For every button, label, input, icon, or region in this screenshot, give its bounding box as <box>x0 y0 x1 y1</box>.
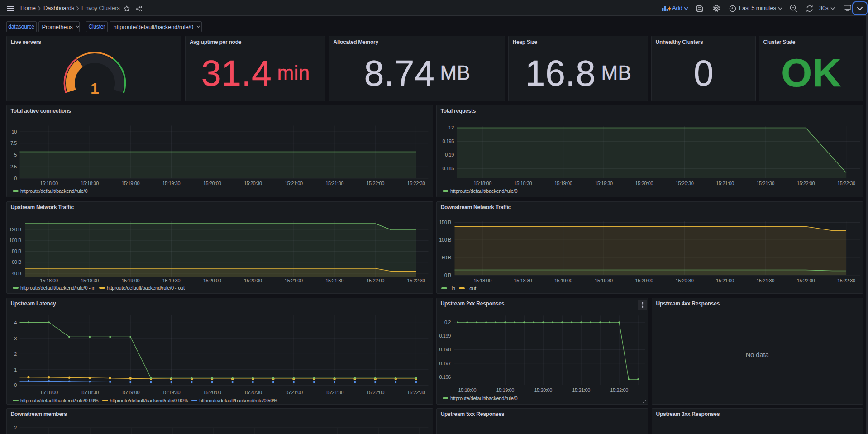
svg-text:15:20:00: 15:20:00 <box>635 181 653 186</box>
svg-text:15:19:30: 15:19:30 <box>595 278 613 283</box>
svg-text:15:21:30: 15:21:30 <box>756 181 774 186</box>
svg-text:15:18:30: 15:18:30 <box>514 278 532 283</box>
svg-text:15:19:00: 15:19:00 <box>121 390 139 395</box>
svg-text:0.2: 0.2 <box>447 125 453 130</box>
svg-text:15:21:00: 15:21:00 <box>716 278 734 283</box>
svg-text:15:21:00: 15:21:00 <box>285 278 303 283</box>
svg-text:15:19:30: 15:19:30 <box>162 181 180 186</box>
svg-text:15:22:00: 15:22:00 <box>610 387 628 393</box>
svg-text:15:18:30: 15:18:30 <box>81 181 99 186</box>
svg-text:1: 1 <box>91 80 99 97</box>
svg-text:15:18:00: 15:18:00 <box>473 181 491 186</box>
svg-text:3: 3 <box>14 335 17 341</box>
svg-text:15:18:00: 15:18:00 <box>458 387 476 393</box>
svg-text:15:20:30: 15:20:30 <box>675 278 693 283</box>
svg-text:15:21:30: 15:21:30 <box>325 278 343 283</box>
svg-text:15:18:30: 15:18:30 <box>81 390 99 395</box>
svg-text:100 B: 100 B <box>439 237 451 242</box>
svg-text:0.197: 0.197 <box>439 360 451 366</box>
svg-text:0.198: 0.198 <box>439 347 451 352</box>
svg-text:150 B: 150 B <box>439 219 451 225</box>
svg-text:15:19:30: 15:19:30 <box>162 390 180 395</box>
svg-text:0.199: 0.199 <box>439 333 451 339</box>
svg-text:15:21:00: 15:21:00 <box>285 390 303 395</box>
svg-text:15:22:00: 15:22:00 <box>366 181 384 186</box>
svg-text:15:22:30: 15:22:30 <box>407 181 425 186</box>
svg-text:15:18:00: 15:18:00 <box>473 278 491 283</box>
svg-text:15:19:00: 15:19:00 <box>496 387 514 393</box>
svg-text:15:19:00: 15:19:00 <box>121 181 139 186</box>
svg-text:15:18:00: 15:18:00 <box>40 390 58 395</box>
svg-text:50 B: 50 B <box>441 254 451 260</box>
svg-text:15:22:00: 15:22:00 <box>366 390 384 395</box>
svg-text:0.2: 0.2 <box>444 319 450 324</box>
svg-text:15:20:30: 15:20:30 <box>243 181 262 186</box>
svg-text:15:22:30: 15:22:30 <box>837 181 855 186</box>
svg-text:15:21:30: 15:21:30 <box>756 278 774 283</box>
svg-text:15:22:00: 15:22:00 <box>796 181 815 186</box>
svg-text:15:21:00: 15:21:00 <box>716 181 734 186</box>
svg-text:15:22:00: 15:22:00 <box>796 278 815 283</box>
svg-text:15:19:00: 15:19:00 <box>554 278 572 283</box>
svg-text:2: 2 <box>14 424 17 430</box>
svg-text:0.195: 0.195 <box>442 138 454 144</box>
svg-text:0: 0 <box>14 175 17 181</box>
svg-text:40 B: 40 B <box>11 270 21 276</box>
svg-text:15:19:30: 15:19:30 <box>162 278 180 283</box>
svg-text:15:21:00: 15:21:00 <box>572 387 590 393</box>
svg-text:5: 5 <box>14 152 17 157</box>
svg-text:15:19:00: 15:19:00 <box>554 181 572 186</box>
svg-text:15:18:00: 15:18:00 <box>40 181 58 186</box>
svg-text:7.5: 7.5 <box>10 140 16 146</box>
svg-text:15:21:30: 15:21:30 <box>325 181 343 186</box>
svg-text:60 B: 60 B <box>11 259 21 265</box>
svg-text:15:21:30: 15:21:30 <box>325 390 343 395</box>
svg-text:15:18:00: 15:18:00 <box>40 278 58 283</box>
svg-text:0.19: 0.19 <box>445 152 454 157</box>
svg-text:15:20:00: 15:20:00 <box>534 387 552 393</box>
svg-text:15:20:00: 15:20:00 <box>203 390 221 395</box>
svg-text:15:22:30: 15:22:30 <box>407 390 425 395</box>
svg-text:15:22:30: 15:22:30 <box>837 278 855 283</box>
svg-text:0 B: 0 B <box>444 272 451 277</box>
svg-text:15:19:00: 15:19:00 <box>121 278 139 283</box>
svg-text:0: 0 <box>14 382 17 388</box>
svg-text:80 B: 80 B <box>11 248 21 254</box>
svg-text:120 B: 120 B <box>9 226 21 232</box>
svg-text:15:18:30: 15:18:30 <box>81 278 99 283</box>
svg-text:15:20:30: 15:20:30 <box>243 390 262 395</box>
svg-text:15:19:30: 15:19:30 <box>595 181 613 186</box>
svg-text:15:21:00: 15:21:00 <box>285 181 303 186</box>
svg-text:15:22:30: 15:22:30 <box>407 278 425 283</box>
svg-text:15:20:30: 15:20:30 <box>243 278 262 283</box>
svg-text:1: 1 <box>14 367 17 372</box>
svg-text:15:22:00: 15:22:00 <box>366 278 384 283</box>
svg-text:15:20:00: 15:20:00 <box>203 181 221 186</box>
svg-text:15:20:30: 15:20:30 <box>675 181 693 186</box>
svg-text:4: 4 <box>14 320 17 325</box>
svg-text:15:18:30: 15:18:30 <box>514 181 532 186</box>
svg-text:0.196: 0.196 <box>439 374 451 379</box>
svg-text:2.5: 2.5 <box>10 163 16 169</box>
svg-text:0.185: 0.185 <box>442 166 454 171</box>
svg-text:15:20:00: 15:20:00 <box>635 278 653 283</box>
svg-text:15:20:00: 15:20:00 <box>203 278 221 283</box>
svg-text:2: 2 <box>14 351 17 357</box>
svg-text:10: 10 <box>11 129 17 134</box>
svg-text:100 B: 100 B <box>9 237 21 243</box>
